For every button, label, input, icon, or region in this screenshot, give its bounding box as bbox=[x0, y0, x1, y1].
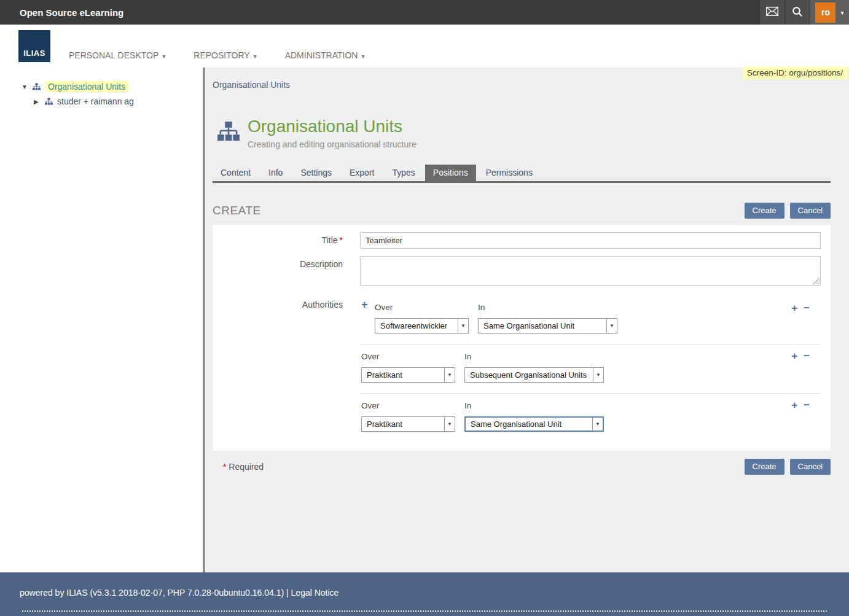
main-nav: PERSONAL DESKTOP▾ REPOSITORY▾ ADMINISTRA… bbox=[69, 50, 364, 60]
in-label: In bbox=[464, 401, 604, 410]
over-label: Over bbox=[375, 303, 469, 312]
main-header: ILIAS PERSONAL DESKTOP▾ REPOSITORY▾ ADMI… bbox=[0, 25, 849, 68]
plus-icon[interactable]: + bbox=[791, 400, 797, 410]
plus-icon[interactable]: + bbox=[791, 351, 797, 361]
authority-row: Over Softwareentwickler ▼ In Same Organi… bbox=[374, 297, 821, 344]
breadcrumb: Organisational Units bbox=[213, 68, 831, 90]
page-body: ▼ Organisational Units ▶ studer + raiman… bbox=[0, 68, 849, 572]
page-title: Organisational Units bbox=[248, 117, 417, 136]
cancel-button[interactable]: Cancel bbox=[790, 203, 831, 219]
add-authority-icon[interactable]: + bbox=[361, 299, 368, 310]
nav-repository[interactable]: REPOSITORY▾ bbox=[194, 50, 256, 60]
dropdown-caret-icon: ▼ bbox=[593, 368, 603, 382]
over-select[interactable]: Softwareentwickler ▼ bbox=[375, 318, 469, 333]
repository-tree: ▼ Organisational Units ▶ studer + raiman… bbox=[0, 68, 203, 572]
user-avatar[interactable]: ro bbox=[815, 2, 835, 23]
dropdown-caret-icon: ▼ bbox=[444, 368, 455, 382]
footer-dotted-line bbox=[22, 610, 827, 612]
over-select[interactable]: Praktikant ▼ bbox=[361, 416, 455, 432]
description-label: Description bbox=[213, 256, 360, 286]
tab-export[interactable]: Export bbox=[342, 165, 382, 181]
dropdown-caret-icon: ▼ bbox=[606, 319, 617, 333]
magnifier-icon bbox=[792, 6, 803, 19]
form-footer: * Required Create Cancel bbox=[213, 459, 831, 475]
tree-expand-icon[interactable]: ▼ bbox=[22, 84, 33, 90]
description-textarea[interactable] bbox=[360, 256, 821, 286]
tree-collapsed-icon[interactable]: ▶ bbox=[34, 98, 45, 105]
title-input[interactable] bbox=[360, 232, 821, 249]
over-label: Over bbox=[361, 401, 455, 410]
cancel-button[interactable]: Cancel bbox=[790, 459, 831, 475]
footer-separator: | bbox=[286, 588, 289, 598]
org-chart-icon bbox=[33, 83, 41, 90]
tab-settings[interactable]: Settings bbox=[292, 165, 340, 181]
create-button[interactable]: Create bbox=[745, 459, 784, 475]
in-select[interactable]: Same Organisational Unit ▼ bbox=[464, 416, 604, 432]
top-bar: Open Source eLearning ro ▾ bbox=[0, 0, 849, 25]
authority-row: Over Praktikant ▼ In Same Organisational… bbox=[360, 393, 821, 442]
tree-item-label[interactable]: Organisational Units bbox=[45, 81, 128, 92]
minus-icon[interactable]: − bbox=[804, 303, 810, 313]
user-menu-button[interactable]: ro ▾ bbox=[810, 0, 849, 25]
minus-icon[interactable]: − bbox=[804, 400, 810, 410]
client-title: Open Source eLearning bbox=[0, 7, 123, 18]
create-section-header: CREATE Create Cancel bbox=[213, 203, 831, 219]
tree-item-studer-raimann[interactable]: ▶ studer + raimann ag bbox=[0, 96, 203, 106]
topbar-actions: ro ▾ bbox=[759, 0, 849, 25]
main-content: Organisational Units Organisational Unit… bbox=[205, 68, 849, 572]
in-select[interactable]: Same Organisational Unit ▼ bbox=[478, 318, 617, 333]
tree-item-label[interactable]: studer + raimann ag bbox=[57, 96, 134, 106]
plus-icon[interactable]: + bbox=[791, 303, 797, 313]
search-button[interactable] bbox=[784, 0, 810, 25]
tab-positions[interactable]: Positions bbox=[425, 165, 476, 181]
legal-notice-link[interactable]: Legal Notice bbox=[291, 588, 339, 598]
tab-permissions[interactable]: Permissions bbox=[478, 165, 541, 181]
dropdown-caret-icon: ▼ bbox=[444, 417, 455, 431]
chevron-down-icon[interactable]: ▾ bbox=[840, 9, 843, 16]
in-label: In bbox=[464, 352, 604, 361]
title-row: Title* bbox=[213, 225, 831, 249]
in-select[interactable]: Subsequent Organisational Units ▼ bbox=[464, 367, 604, 383]
over-label: Over bbox=[361, 352, 455, 361]
dropdown-caret-icon: ▼ bbox=[592, 418, 603, 431]
tab-types[interactable]: Types bbox=[384, 165, 423, 181]
tab-info[interactable]: Info bbox=[260, 165, 291, 181]
dropdown-caret-icon: ▼ bbox=[458, 319, 468, 333]
authorities-row: Authorities + Over Softwareentwickler ▼ bbox=[213, 286, 831, 442]
org-chart-icon bbox=[217, 122, 240, 149]
tab-bar: Content Info Settings Export Types Posit… bbox=[213, 165, 831, 183]
envelope-icon bbox=[766, 7, 778, 18]
section-title: CREATE bbox=[213, 204, 261, 217]
in-label: In bbox=[478, 303, 617, 312]
org-chart-icon bbox=[45, 98, 53, 105]
required-asterisk: * bbox=[340, 235, 343, 245]
authorities-label: Authorities bbox=[213, 297, 360, 442]
page-footer: powered by ILIAS (v5.3.1 2018-02-07, PHP… bbox=[0, 572, 849, 616]
tree-item-organisational-units[interactable]: ▼ Organisational Units bbox=[0, 81, 203, 92]
breadcrumb-link[interactable]: Organisational Units bbox=[213, 80, 290, 90]
tab-content[interactable]: Content bbox=[213, 165, 259, 181]
powered-by-text: powered by ILIAS (v5.3.1 2018-02-07, PHP… bbox=[20, 588, 284, 598]
chevron-down-icon: ▾ bbox=[162, 53, 165, 60]
minus-icon[interactable]: − bbox=[804, 351, 810, 361]
description-row: Description bbox=[213, 249, 831, 286]
over-select[interactable]: Praktikant ▼ bbox=[361, 367, 455, 383]
chevron-down-icon: ▾ bbox=[254, 53, 257, 60]
page-subtitle: Creating and editing organisational stru… bbox=[248, 139, 417, 149]
authority-row: Over Praktikant ▼ In Subsequent Organisa… bbox=[360, 344, 821, 393]
create-button[interactable]: Create bbox=[745, 203, 784, 219]
title-label: Title* bbox=[213, 232, 360, 249]
required-note: * Required bbox=[221, 462, 264, 472]
nav-administration[interactable]: ADMINISTRATION▾ bbox=[285, 50, 365, 60]
nav-personal-desktop[interactable]: PERSONAL DESKTOP▾ bbox=[69, 50, 165, 60]
screen-id-badge: Screen-ID: orgu/positions/ bbox=[743, 67, 847, 79]
create-position-form: Title* Description Authorities bbox=[213, 225, 831, 451]
page-title-block: Organisational Units Creating and editin… bbox=[217, 117, 831, 149]
ilias-logo[interactable]: ILIAS bbox=[18, 30, 50, 62]
required-asterisk: * bbox=[223, 462, 226, 472]
mail-button[interactable] bbox=[759, 0, 784, 25]
chevron-down-icon: ▾ bbox=[361, 53, 364, 60]
